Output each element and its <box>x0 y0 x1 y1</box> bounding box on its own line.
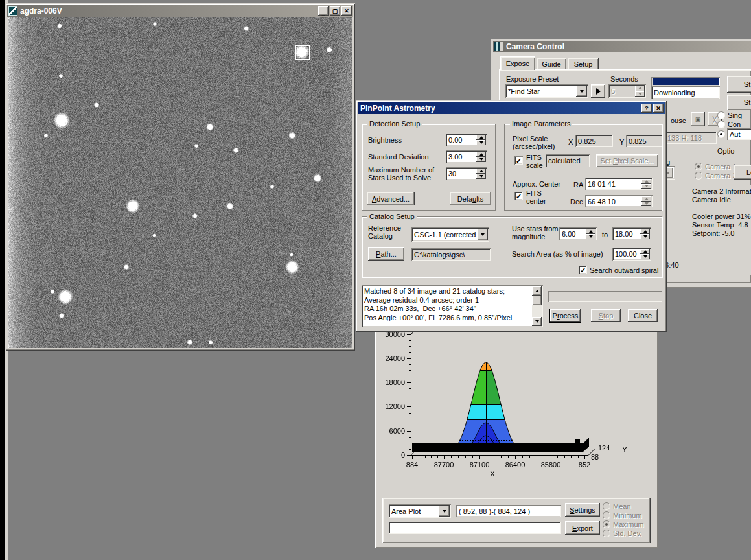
subframe-button[interactable]: ▣ <box>691 112 705 126</box>
pinpoint-titlebar[interactable]: PinPoint Astrometry ? ✕ <box>358 102 665 114</box>
maximize-button[interactable]: ▢ <box>330 6 340 16</box>
plot-window: Area Plot ( 852, 88 )-( 884, 124 ) Setti… <box>375 324 658 548</box>
exposure-preset-value: *Find Star <box>505 84 575 98</box>
plot-controls-panel: Area Plot ( 852, 88 )-( 884, 124 ) Setti… <box>382 498 651 543</box>
pinpoint-dialog: PinPoint Astrometry ? ✕ Detection Setup … <box>356 100 667 332</box>
plot-mode-combo[interactable]: Area Plot <box>389 504 451 518</box>
camera-control-icon <box>494 42 503 51</box>
image-document-icon <box>8 6 17 16</box>
clear-subframe-button[interactable]: ╳ <box>708 112 722 126</box>
defaults-button[interactable]: Defaults <box>450 192 491 205</box>
fits-scale-checkbox[interactable]: ✓ <box>514 156 523 165</box>
chevron-down-icon[interactable] <box>477 229 488 240</box>
spin-up[interactable] <box>640 229 650 234</box>
chevron-down-icon[interactable] <box>439 506 450 517</box>
stddev-spinner[interactable]: 3.00 <box>446 150 487 163</box>
result-line: Average residual 0.4 arcsec; order 1 <box>364 296 512 305</box>
spin-down[interactable] <box>635 91 645 97</box>
radio-stddev[interactable] <box>603 530 610 537</box>
export-button[interactable]: Export <box>565 521 600 535</box>
stddev-label: Standard Deviation <box>368 153 429 161</box>
radio-minimum[interactable] <box>603 511 610 519</box>
seconds-value: 5 <box>608 84 634 98</box>
tab-expose[interactable]: Expose <box>500 56 535 70</box>
radio-minimum-label: Minimum <box>613 511 642 519</box>
camera-control-title: Camera Control <box>506 42 564 51</box>
pixel-scale-x-field: 0.825 <box>575 135 613 147</box>
spin-down[interactable] <box>641 184 651 189</box>
advanced-button[interactable]: Advanced... <box>367 192 415 205</box>
camera-control-titlebar[interactable]: Camera Control <box>493 41 751 52</box>
results-listbox[interactable]: Matched 8 of 34 image and 21 catalog sta… <box>362 285 543 327</box>
reference-catalog-value: GSC-1.1 (corrected) <box>411 228 476 242</box>
spin-down[interactable] <box>640 234 650 239</box>
close-button[interactable]: ✕ <box>341 6 352 16</box>
spin-down[interactable] <box>641 202 651 207</box>
scroll-up-icon[interactable] <box>532 286 542 296</box>
spin-down[interactable] <box>476 174 486 179</box>
less-button[interactable]: Le <box>734 165 751 180</box>
image-window-title: agdra-006V <box>20 6 62 16</box>
spiral-label: Search outward spiral <box>590 266 658 274</box>
path-button[interactable]: Path... <box>368 247 404 261</box>
stop-button[interactable]: St <box>727 95 751 110</box>
image-window-titlebar[interactable]: agdra-006V _ ▢ ✕ <box>7 5 353 17</box>
pixel-scale-label: Pixel Scale (arcsec/pixel) <box>513 135 567 150</box>
plot-region-field: ( 852, 88 )-( 884, 124 ) <box>456 505 561 517</box>
pixel-scale-y-label: Y <box>619 138 624 146</box>
stop-button[interactable]: Stop <box>591 309 621 322</box>
dec-spinner[interactable]: 66 48 10 <box>585 195 653 207</box>
chevron-down-icon[interactable] <box>576 86 587 97</box>
spin-down[interactable] <box>476 157 486 162</box>
spiral-checkbox[interactable]: ✓ <box>579 266 587 274</box>
spin-up[interactable] <box>635 86 645 91</box>
spin-down[interactable] <box>586 234 595 239</box>
close-dialog-button[interactable]: Close <box>628 309 658 322</box>
close-button[interactable]: ✕ <box>653 104 664 113</box>
star-field-image[interactable] <box>8 18 352 348</box>
reference-catalog-combo[interactable]: GSC-1.1 (corrected) <box>411 228 489 242</box>
seconds-spinner[interactable]: 5 <box>608 84 646 98</box>
exposure-preset-combo[interactable]: *Find Star <box>505 84 588 98</box>
ra-spinner[interactable]: 16 01 41 <box>585 178 653 190</box>
set-pixel-scale-button[interactable]: Set Pixel Scale... <box>596 154 658 167</box>
detection-setup-legend: Detection Setup <box>367 120 422 128</box>
search-area-spinner[interactable]: 100.00 <box>612 248 651 261</box>
spin-up[interactable] <box>476 135 486 140</box>
scrollbar-thumb[interactable] <box>532 296 542 305</box>
brightness-spinner[interactable]: 0.00 <box>446 134 487 146</box>
spin-down[interactable] <box>640 254 650 259</box>
spin-up[interactable] <box>476 152 486 157</box>
spin-up[interactable] <box>641 179 651 184</box>
spin-up[interactable] <box>640 249 650 254</box>
radio-mean[interactable] <box>603 502 610 510</box>
spin-down[interactable] <box>476 140 486 145</box>
apply-preset-button[interactable] <box>591 84 605 98</box>
tab-guide[interactable]: Guide <box>537 58 566 70</box>
minimize-button[interactable]: _ <box>318 6 329 16</box>
tab-setup-label: Setup <box>574 60 593 68</box>
scroll-down-icon[interactable] <box>532 317 542 326</box>
spin-up[interactable] <box>586 229 595 234</box>
radio-maximum[interactable] <box>603 520 610 528</box>
start-button[interactable]: St <box>727 76 751 93</box>
help-button[interactable]: ? <box>641 104 652 113</box>
fits-center-checkbox[interactable]: ✓ <box>514 192 523 200</box>
maxstars-spinner[interactable]: 30 <box>446 167 487 180</box>
plot-output-field <box>389 522 561 534</box>
catalog-setup-legend: Catalog Setup <box>367 213 417 220</box>
subframe-icon: ▣ <box>695 116 701 122</box>
brightness-label: Brightness <box>368 136 402 144</box>
maxstars-label: Maximum Number of Stars Used to Solve <box>368 166 443 181</box>
process-button[interactable]: Process <box>550 309 581 322</box>
area-plot-chart <box>378 328 654 495</box>
settings-button[interactable]: Settings <box>565 503 600 517</box>
tab-expose-label: Expose <box>506 60 530 67</box>
result-line: Matched 8 of 34 image and 21 catalog sta… <box>364 287 512 296</box>
spin-up[interactable] <box>476 169 486 174</box>
spin-up[interactable] <box>641 196 651 202</box>
magnitude-to-spinner[interactable]: 18.00 <box>612 228 651 240</box>
tab-setup[interactable]: Setup <box>568 58 599 70</box>
approx-center-label: Approx. Center <box>513 180 560 188</box>
magnitude-from-spinner[interactable]: 6.00 <box>559 228 597 240</box>
